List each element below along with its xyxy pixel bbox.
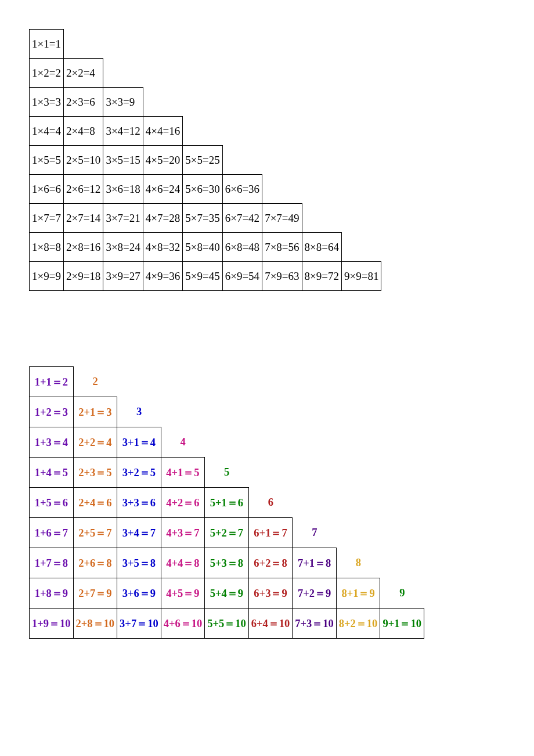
mult-cell: 3×7=21 (103, 204, 143, 233)
add-cell: 1+8＝9 (30, 578, 74, 609)
add-cell: 6+4＝10 (248, 609, 293, 639)
mult-cell: 2×4=8 (63, 117, 103, 146)
add-cell: 2+5＝7 (73, 518, 117, 548)
mult-cell: 1×9=9 (30, 262, 64, 291)
add-cell: 1+6＝7 (30, 518, 74, 548)
add-cell: 3+1＝4 (117, 427, 161, 458)
add-cell: 2+1＝3 (73, 397, 117, 427)
mult-cell: 4×9=36 (143, 262, 182, 291)
mult-cell: 2×9=18 (63, 262, 103, 291)
mult-cell: 3×9=27 (103, 262, 143, 291)
add-cell: 4+1＝5 (161, 458, 205, 488)
mult-cell: 2×2=4 (63, 59, 103, 88)
add-cell: 2 (73, 367, 117, 397)
add-cell: 6+3＝9 (248, 578, 293, 609)
mult-cell: 2×3=6 (63, 88, 103, 117)
add-cell: 1+3＝4 (30, 427, 74, 458)
add-cell: 1+4＝5 (30, 458, 74, 488)
mult-cell: 3×8=24 (103, 233, 143, 262)
add-cell: 3+2＝5 (117, 458, 161, 488)
add-cell: 9+1＝10 (380, 609, 424, 639)
add-cell: 4+2＝6 (161, 488, 205, 518)
mult-cell: 5×7=35 (183, 204, 222, 233)
mult-cell: 5×6=30 (183, 175, 222, 204)
add-cell: 5+1＝6 (205, 488, 249, 518)
add-cell: 1+2＝3 (30, 397, 74, 427)
add-cell: 8 (336, 548, 380, 578)
mult-cell: 1×8=8 (30, 233, 64, 262)
mult-cell: 6×7=42 (222, 204, 262, 233)
mult-cell: 1×2=2 (30, 59, 64, 88)
add-cell: 8+1＝9 (336, 578, 380, 609)
add-cell: 9 (380, 578, 424, 609)
add-cell: 4+5＝9 (161, 578, 205, 609)
add-cell: 2+6＝8 (73, 548, 117, 578)
mult-cell: 1×4=4 (30, 117, 64, 146)
add-cell: 1+7＝8 (30, 548, 74, 578)
add-cell: 7+2＝9 (293, 578, 337, 609)
add-cell: 7+3＝10 (293, 609, 337, 639)
mult-cell: 6×9=54 (222, 262, 262, 291)
mult-cell: 4×8=32 (143, 233, 182, 262)
add-cell: 2+3＝5 (73, 458, 117, 488)
add-cell: 5+4＝9 (205, 578, 249, 609)
add-cell: 4 (161, 427, 205, 458)
add-cell: 5+3＝8 (205, 548, 249, 578)
add-cell: 3 (117, 397, 161, 427)
mult-cell: 6×6=36 (222, 175, 262, 204)
mult-cell: 4×4=16 (143, 117, 182, 146)
mult-cell: 7×7=49 (262, 204, 302, 233)
mult-cell: 1×3=3 (30, 88, 64, 117)
add-cell: 3+4＝7 (117, 518, 161, 548)
mult-cell: 3×4=12 (103, 117, 143, 146)
mult-cell: 4×7=28 (143, 204, 182, 233)
mult-cell: 8×9=72 (302, 262, 341, 291)
add-cell: 3+7＝10 (117, 609, 161, 639)
mult-cell: 4×5=20 (143, 146, 182, 175)
add-cell: 8+2＝10 (336, 609, 380, 639)
add-cell: 7+1＝8 (293, 548, 337, 578)
add-cell: 3+6＝9 (117, 578, 161, 609)
mult-cell: 5×9=45 (183, 262, 222, 291)
mult-cell: 1×1=1 (30, 30, 64, 59)
mult-cell: 2×5=10 (63, 146, 103, 175)
mult-cell: 2×6=12 (63, 175, 103, 204)
addition-table: 1+1＝2 2 1+2＝3 2+1＝3 3 1+3＝4 2+2＝4 3+1＝4 … (29, 366, 424, 639)
multiplication-table: 1×1=1 1×2=2 2×2=4 1×3=3 2×3=6 3×3=9 1×4=… (29, 29, 381, 291)
add-cell: 6+1＝7 (248, 518, 293, 548)
add-cell: 6 (248, 488, 293, 518)
mult-cell: 1×7=7 (30, 204, 64, 233)
add-cell: 4+6＝10 (161, 609, 205, 639)
mult-cell: 3×3=9 (103, 88, 143, 117)
add-cell: 2+4＝6 (73, 488, 117, 518)
mult-cell: 5×5=25 (183, 146, 222, 175)
mult-cell: 3×6=18 (103, 175, 143, 204)
add-cell: 7 (293, 518, 337, 548)
mult-cell: 7×9=63 (262, 262, 302, 291)
add-cell: 5+2＝7 (205, 518, 249, 548)
add-cell: 3+3＝6 (117, 488, 161, 518)
add-cell: 4+4＝8 (161, 548, 205, 578)
add-cell: 5 (205, 458, 249, 488)
add-cell: 6+2＝8 (248, 548, 293, 578)
add-cell: 3+5＝8 (117, 548, 161, 578)
mult-cell: 9×9=81 (342, 262, 381, 291)
mult-cell: 5×8=40 (183, 233, 222, 262)
mult-cell: 4×6=24 (143, 175, 182, 204)
add-cell: 2+7＝9 (73, 578, 117, 609)
add-cell: 4+3＝7 (161, 518, 205, 548)
add-cell: 1+1＝2 (30, 367, 74, 397)
mult-cell: 2×7=14 (63, 204, 103, 233)
add-cell: 5+5＝10 (205, 609, 249, 639)
add-cell: 2+8＝10 (73, 609, 117, 639)
mult-cell: 7×8=56 (262, 233, 302, 262)
mult-cell: 8×8=64 (302, 233, 341, 262)
add-cell: 1+5＝6 (30, 488, 74, 518)
mult-cell: 3×5=15 (103, 146, 143, 175)
mult-cell: 1×6=6 (30, 175, 64, 204)
mult-cell: 6×8=48 (222, 233, 262, 262)
add-cell: 2+2＝4 (73, 427, 117, 458)
add-cell: 1+9＝10 (30, 609, 74, 639)
mult-cell: 1×5=5 (30, 146, 64, 175)
mult-cell: 2×8=16 (63, 233, 103, 262)
